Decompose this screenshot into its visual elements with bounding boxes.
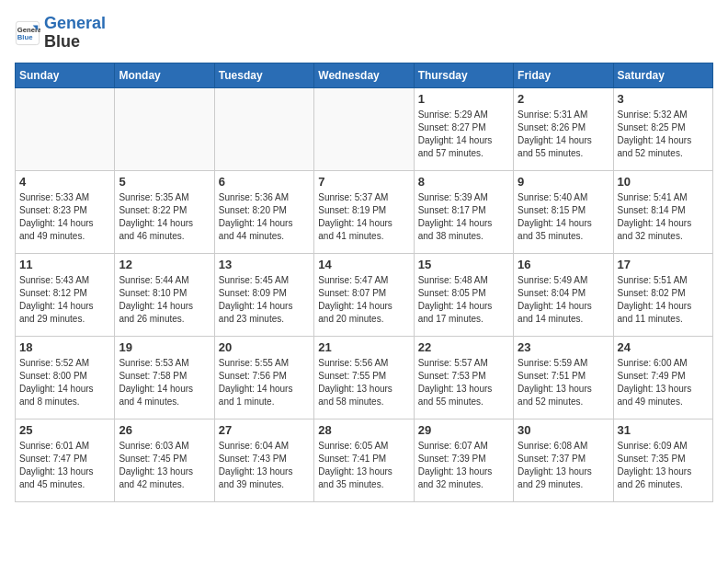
calendar-cell: 7Sunrise: 5:37 AM Sunset: 8:19 PM Daylig…	[314, 170, 414, 253]
calendar-cell: 18Sunrise: 5:52 AM Sunset: 8:00 PM Dayli…	[16, 336, 115, 419]
calendar-week-3: 11Sunrise: 5:43 AM Sunset: 8:12 PM Dayli…	[16, 253, 713, 336]
calendar-cell: 19Sunrise: 5:53 AM Sunset: 7:58 PM Dayli…	[115, 336, 214, 419]
day-number: 5	[119, 175, 210, 189]
day-info: Sunrise: 5:40 AM Sunset: 8:15 PM Dayligh…	[518, 191, 609, 243]
day-info: Sunrise: 5:36 AM Sunset: 8:20 PM Dayligh…	[219, 191, 310, 243]
day-info: Sunrise: 5:48 AM Sunset: 8:05 PM Dayligh…	[418, 274, 509, 326]
calendar-cell: 23Sunrise: 5:59 AM Sunset: 7:51 PM Dayli…	[514, 336, 613, 419]
day-number: 4	[19, 175, 110, 189]
day-number: 16	[518, 258, 609, 271]
day-number: 9	[518, 175, 609, 189]
calendar-header-row: SundayMondayTuesdayWednesdayThursdayFrid…	[16, 63, 713, 87]
calendar-cell: 30Sunrise: 6:08 AM Sunset: 7:37 PM Dayli…	[514, 419, 613, 501]
day-number: 26	[119, 423, 210, 437]
calendar-cell: 6Sunrise: 5:36 AM Sunset: 8:20 PM Daylig…	[214, 170, 313, 253]
day-info: Sunrise: 5:49 AM Sunset: 8:04 PM Dayligh…	[518, 274, 609, 326]
calendar-week-1: 1Sunrise: 5:29 AM Sunset: 8:27 PM Daylig…	[16, 87, 713, 170]
day-number: 3	[618, 92, 709, 106]
day-number: 11	[19, 258, 110, 271]
day-info: Sunrise: 5:44 AM Sunset: 8:10 PM Dayligh…	[119, 274, 210, 326]
day-info: Sunrise: 5:37 AM Sunset: 8:19 PM Dayligh…	[318, 191, 409, 243]
calendar-cell: 3Sunrise: 5:32 AM Sunset: 8:25 PM Daylig…	[613, 87, 712, 170]
day-number: 2	[518, 92, 609, 106]
calendar-cell: 11Sunrise: 5:43 AM Sunset: 8:12 PM Dayli…	[16, 253, 115, 336]
day-info: Sunrise: 5:59 AM Sunset: 7:51 PM Dayligh…	[518, 357, 609, 408]
calendar-cell: 12Sunrise: 5:44 AM Sunset: 8:10 PM Dayli…	[115, 253, 214, 336]
day-number: 30	[518, 423, 609, 437]
day-info: Sunrise: 5:51 AM Sunset: 8:02 PM Dayligh…	[618, 274, 709, 326]
day-info: Sunrise: 6:03 AM Sunset: 7:45 PM Dayligh…	[119, 440, 210, 491]
day-info: Sunrise: 6:00 AM Sunset: 7:49 PM Dayligh…	[618, 357, 709, 408]
calendar-cell	[115, 87, 214, 170]
calendar-cell: 4Sunrise: 5:33 AM Sunset: 8:23 PM Daylig…	[16, 170, 115, 253]
calendar-cell: 15Sunrise: 5:48 AM Sunset: 8:05 PM Dayli…	[414, 253, 513, 336]
day-number: 10	[618, 175, 709, 189]
day-number: 22	[418, 340, 509, 354]
calendar-cell: 26Sunrise: 6:03 AM Sunset: 7:45 PM Dayli…	[115, 419, 214, 501]
day-number: 8	[418, 175, 509, 189]
day-info: Sunrise: 5:35 AM Sunset: 8:22 PM Dayligh…	[119, 191, 210, 243]
calendar-cell	[314, 87, 414, 170]
day-info: Sunrise: 5:47 AM Sunset: 8:07 PM Dayligh…	[318, 274, 409, 326]
day-info: Sunrise: 5:53 AM Sunset: 7:58 PM Dayligh…	[119, 357, 210, 408]
calendar-cell: 25Sunrise: 6:01 AM Sunset: 7:47 PM Dayli…	[16, 419, 115, 501]
day-info: Sunrise: 5:39 AM Sunset: 8:17 PM Dayligh…	[418, 191, 509, 243]
calendar-cell: 1Sunrise: 5:29 AM Sunset: 8:27 PM Daylig…	[414, 87, 513, 170]
day-info: Sunrise: 5:43 AM Sunset: 8:12 PM Dayligh…	[19, 274, 110, 326]
day-info: Sunrise: 5:31 AM Sunset: 8:26 PM Dayligh…	[518, 109, 609, 160]
calendar-table: SundayMondayTuesdayWednesdayThursdayFrid…	[15, 63, 713, 502]
col-header-sunday: Sunday	[16, 63, 115, 87]
calendar-cell: 17Sunrise: 5:51 AM Sunset: 8:02 PM Dayli…	[613, 253, 712, 336]
calendar-cell: 8Sunrise: 5:39 AM Sunset: 8:17 PM Daylig…	[414, 170, 513, 253]
calendar-cell: 21Sunrise: 5:56 AM Sunset: 7:55 PM Dayli…	[314, 336, 414, 419]
col-header-saturday: Saturday	[613, 63, 712, 87]
day-number: 7	[318, 175, 409, 189]
calendar-cell: 31Sunrise: 6:09 AM Sunset: 7:35 PM Dayli…	[613, 419, 712, 501]
day-info: Sunrise: 5:45 AM Sunset: 8:09 PM Dayligh…	[219, 274, 310, 326]
day-info: Sunrise: 6:01 AM Sunset: 7:47 PM Dayligh…	[19, 440, 110, 491]
day-info: Sunrise: 5:33 AM Sunset: 8:23 PM Dayligh…	[19, 191, 110, 243]
day-info: Sunrise: 5:57 AM Sunset: 7:53 PM Dayligh…	[418, 357, 509, 408]
calendar-cell: 5Sunrise: 5:35 AM Sunset: 8:22 PM Daylig…	[115, 170, 214, 253]
day-info: Sunrise: 6:05 AM Sunset: 7:41 PM Dayligh…	[318, 440, 409, 491]
day-info: Sunrise: 6:04 AM Sunset: 7:43 PM Dayligh…	[219, 440, 310, 491]
calendar-cell: 9Sunrise: 5:40 AM Sunset: 8:15 PM Daylig…	[514, 170, 613, 253]
col-header-monday: Monday	[115, 63, 214, 87]
day-number: 15	[418, 258, 509, 271]
day-number: 20	[219, 340, 310, 354]
day-number: 28	[318, 423, 409, 437]
calendar-cell	[16, 87, 115, 170]
calendar-cell: 29Sunrise: 6:07 AM Sunset: 7:39 PM Dayli…	[414, 419, 513, 501]
col-header-thursday: Thursday	[414, 63, 513, 87]
day-info: Sunrise: 5:56 AM Sunset: 7:55 PM Dayligh…	[318, 357, 409, 408]
day-number: 1	[418, 92, 509, 106]
col-header-tuesday: Tuesday	[214, 63, 313, 87]
day-number: 24	[618, 340, 709, 354]
day-number: 21	[318, 340, 409, 354]
day-number: 18	[19, 340, 110, 354]
logo: General Blue GeneralBlue	[15, 15, 106, 52]
calendar-week-5: 25Sunrise: 6:01 AM Sunset: 7:47 PM Dayli…	[16, 419, 713, 501]
day-info: Sunrise: 6:08 AM Sunset: 7:37 PM Dayligh…	[518, 440, 609, 491]
day-number: 29	[418, 423, 509, 437]
calendar-cell: 20Sunrise: 5:55 AM Sunset: 7:56 PM Dayli…	[214, 336, 313, 419]
calendar-cell: 13Sunrise: 5:45 AM Sunset: 8:09 PM Dayli…	[214, 253, 313, 336]
day-number: 27	[219, 423, 310, 437]
col-header-wednesday: Wednesday	[314, 63, 414, 87]
header: General Blue GeneralBlue	[15, 15, 713, 52]
calendar-cell: 10Sunrise: 5:41 AM Sunset: 8:14 PM Dayli…	[613, 170, 712, 253]
day-number: 31	[618, 423, 709, 437]
calendar-week-2: 4Sunrise: 5:33 AM Sunset: 8:23 PM Daylig…	[16, 170, 713, 253]
calendar-cell: 24Sunrise: 6:00 AM Sunset: 7:49 PM Dayli…	[613, 336, 712, 419]
calendar-cell: 28Sunrise: 6:05 AM Sunset: 7:41 PM Dayli…	[314, 419, 414, 501]
day-number: 14	[318, 258, 409, 271]
day-number: 17	[618, 258, 709, 271]
day-number: 6	[219, 175, 310, 189]
calendar-cell: 27Sunrise: 6:04 AM Sunset: 7:43 PM Dayli…	[214, 419, 313, 501]
logo-icon: General Blue	[15, 20, 40, 46]
day-info: Sunrise: 5:52 AM Sunset: 8:00 PM Dayligh…	[19, 357, 110, 408]
col-header-friday: Friday	[514, 63, 613, 87]
day-number: 13	[219, 258, 310, 271]
calendar-cell: 14Sunrise: 5:47 AM Sunset: 8:07 PM Dayli…	[314, 253, 414, 336]
day-info: Sunrise: 6:09 AM Sunset: 7:35 PM Dayligh…	[618, 440, 709, 491]
